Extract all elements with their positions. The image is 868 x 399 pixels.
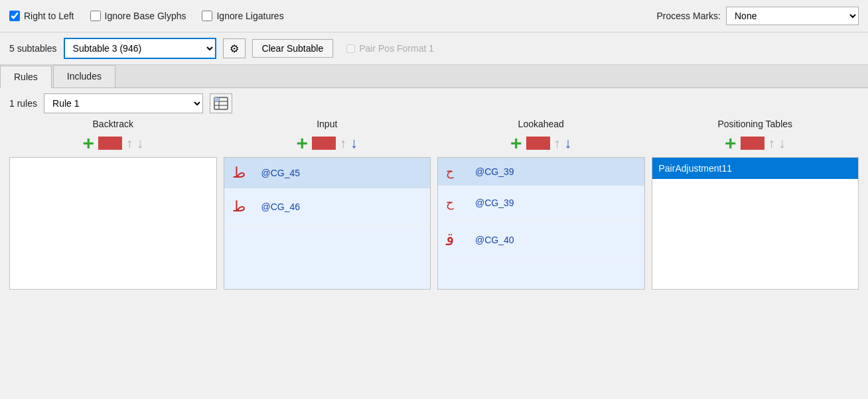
lookahead-section: Lookahead + ↑ ↓ ﺡ @CG_39 ﺡ @CG_39 ﻗ @CG_…	[437, 119, 645, 290]
input-section: Input + ↑ ↓ ﻁ @CG_45 ﻁ @CG_46	[224, 119, 431, 290]
lookahead-name-2: @CG_40	[475, 235, 514, 245]
positioning-down-button[interactable]: ↓	[779, 136, 786, 151]
positioning-item-0[interactable]: PairAdjustment11	[652, 158, 859, 179]
positioning-remove-button[interactable]	[741, 137, 764, 150]
ignore-base-glyphs-checkbox[interactable]	[90, 11, 101, 21]
input-label: Input	[224, 119, 431, 129]
positioning-section: Positioning Tables + ↑ ↓ PairAdjustment1…	[652, 119, 859, 290]
pair-pos-group: Pair Pos Format 1	[346, 43, 434, 54]
input-remove-button[interactable]	[312, 137, 336, 150]
input-item-1[interactable]: ﻁ @CG_46	[224, 189, 431, 225]
lookahead-name-0: @CG_39	[475, 166, 514, 177]
backtrack-section: Backtrack + ↑ ↓	[9, 119, 217, 290]
backtrack-up-button[interactable]: ↑	[126, 136, 133, 151]
lookahead-glyph-1: ﺡ	[446, 196, 465, 210]
ignore-base-glyphs-label: Ignore Base Glyphs	[105, 11, 186, 21]
process-marks-label: Process Marks:	[657, 11, 721, 21]
input-name-0: @CG_45	[261, 168, 301, 178]
positioning-name-0: PairAdjustment11	[659, 163, 733, 174]
right-to-left-group: Right to Left	[9, 11, 74, 21]
input-buttons: + ↑ ↓	[224, 133, 431, 153]
input-add-button[interactable]: +	[296, 133, 308, 153]
ignore-ligatures-checkbox[interactable]	[202, 11, 212, 21]
rules-bar: 1 rules Rule 1 Rule 2	[0, 88, 868, 119]
svg-rect-4	[214, 97, 219, 101]
columns-wrapper: Backtrack + ↑ ↓ Input + ↑ ↓ ﻁ @CG_	[0, 119, 868, 296]
input-list: ﻁ @CG_45 ﻁ @CG_46	[224, 157, 431, 290]
positioning-list: PairAdjustment11	[652, 157, 859, 290]
backtrack-list	[9, 157, 217, 290]
input-name-1: @CG_46	[261, 201, 301, 212]
lookahead-name-1: @CG_39	[475, 198, 514, 208]
ignore-ligatures-group: Ignore Ligatures	[202, 11, 283, 21]
positioning-label: Positioning Tables	[652, 119, 859, 129]
lookahead-up-button[interactable]: ↑	[554, 136, 561, 151]
process-marks-select[interactable]: None All Mark Filter Set	[726, 7, 859, 25]
lookahead-down-button[interactable]: ↓	[565, 135, 572, 152]
process-marks-group: Process Marks: None All Mark Filter Set	[657, 7, 859, 25]
lookahead-add-button[interactable]: +	[510, 133, 522, 153]
backtrack-add-button[interactable]: +	[82, 133, 94, 153]
tab-rules[interactable]: Rules	[0, 66, 52, 88]
tab-includes[interactable]: Includes	[53, 65, 115, 87]
gear-button[interactable]: ⚙	[223, 38, 246, 58]
backtrack-buttons: + ↑ ↓	[9, 133, 217, 153]
table-icon-button[interactable]	[210, 93, 232, 113]
top-bar: Right to Left Ignore Base Glyphs Ignore …	[0, 0, 868, 32]
rule-select[interactable]: Rule 1 Rule 2	[44, 93, 203, 113]
lookahead-label: Lookahead	[437, 119, 645, 129]
subtable-select[interactable]: Subtable 1 Subtable 2 Subtable 3 (946) S…	[64, 38, 216, 59]
lookahead-remove-button[interactable]	[526, 137, 550, 150]
lookahead-glyph-0: ﺡ	[446, 164, 465, 179]
table-icon	[214, 97, 228, 110]
rules-count: 1 rules	[9, 98, 37, 109]
lookahead-buttons: + ↑ ↓	[437, 133, 645, 153]
backtrack-down-button[interactable]: ↓	[137, 136, 143, 151]
ignore-ligatures-label: Ignore Ligatures	[216, 11, 283, 21]
input-down-button[interactable]: ↓	[350, 135, 358, 152]
lookahead-list: ﺡ @CG_39 ﺡ @CG_39 ﻗ @CG_40	[437, 157, 645, 290]
backtrack-label: Backtrack	[9, 119, 217, 129]
lookahead-item-0[interactable]: ﺡ @CG_39	[438, 158, 644, 186]
input-glyph-1: ﻁ	[232, 198, 251, 215]
subtable-count: 5 subtables	[9, 43, 57, 54]
backtrack-remove-button[interactable]	[98, 137, 122, 150]
lookahead-item-2[interactable]: ﻗ @CG_40	[438, 220, 644, 260]
positioning-add-button[interactable]: +	[725, 133, 737, 153]
right-to-left-checkbox[interactable]	[9, 11, 20, 21]
input-up-button[interactable]: ↑	[340, 136, 346, 151]
lookahead-glyph-2: ﻗ	[446, 229, 465, 250]
subtable-bar: 5 subtables Subtable 1 Subtable 2 Subtab…	[0, 32, 868, 65]
pair-pos-label: Pair Pos Format 1	[359, 43, 434, 54]
input-item-0[interactable]: ﻁ @CG_45	[224, 158, 431, 189]
input-glyph-0: ﻁ	[232, 164, 251, 182]
positioning-up-button[interactable]: ↑	[768, 136, 775, 151]
lookahead-item-1[interactable]: ﺡ @CG_39	[438, 186, 644, 220]
tabs-row: Rules Includes	[0, 65, 868, 88]
positioning-buttons: + ↑ ↓	[652, 133, 859, 153]
ignore-base-glyphs-group: Ignore Base Glyphs	[90, 11, 186, 21]
pair-pos-checkbox	[346, 44, 355, 53]
clear-subtable-button[interactable]: Clear Subtable	[252, 39, 334, 58]
right-to-left-label: Right to Left	[24, 11, 74, 21]
